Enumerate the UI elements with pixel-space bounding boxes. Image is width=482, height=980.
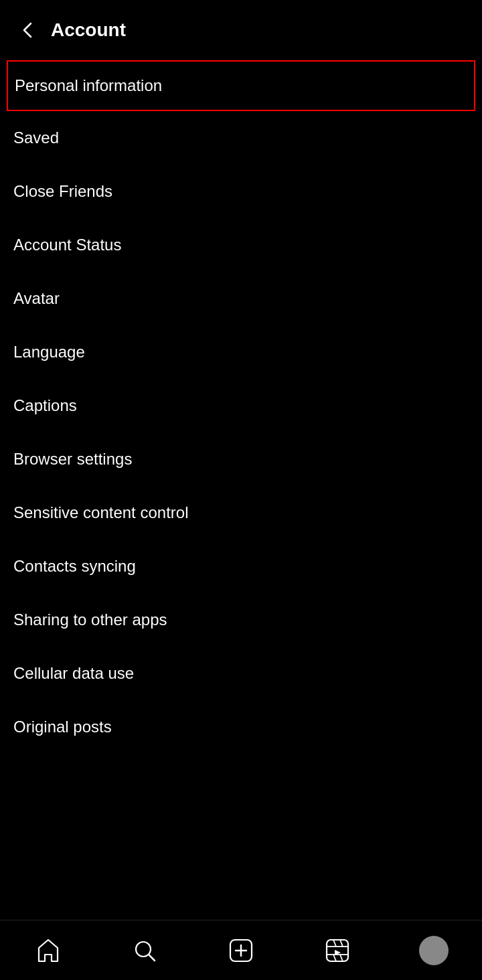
search-icon [131,937,158,964]
menu-item-account-status[interactable]: Account Status [0,218,482,272]
menu-item-captions[interactable]: Captions [0,379,482,432]
menu-item-personal-information[interactable]: Personal information [7,60,475,111]
nav-search-button[interactable] [120,926,169,975]
nav-reels-button[interactable] [313,926,362,975]
page-title: Account [51,19,126,41]
avatar [419,936,449,965]
menu-item-browser-settings[interactable]: Browser settings [0,432,482,486]
menu-item-avatar[interactable]: Avatar [0,272,482,325]
nav-home-button[interactable] [24,926,72,975]
svg-rect-5 [327,940,348,961]
svg-line-1 [149,955,155,961]
menu-item-saved[interactable]: Saved [0,111,482,165]
home-icon [35,937,62,964]
menu-item-contacts-syncing[interactable]: Contacts syncing [0,540,482,593]
back-button[interactable] [13,15,43,45]
bottom-nav [0,920,482,980]
menu-item-original-posts[interactable]: Original posts [0,700,482,754]
menu-list: Personal informationSavedClose FriendsAc… [0,60,482,754]
header: Account [0,0,482,60]
menu-item-language[interactable]: Language [0,325,482,379]
nav-create-button[interactable] [217,926,265,975]
nav-profile-button[interactable] [410,926,458,975]
menu-item-sensitive-content-control[interactable]: Sensitive content control [0,486,482,540]
menu-item-close-friends[interactable]: Close Friends [0,165,482,218]
create-icon [228,937,254,964]
back-arrow-icon [19,21,37,39]
reels-icon [324,937,351,964]
menu-item-sharing-to-other-apps[interactable]: Sharing to other apps [0,593,482,647]
menu-item-cellular-data-use[interactable]: Cellular data use [0,647,482,700]
